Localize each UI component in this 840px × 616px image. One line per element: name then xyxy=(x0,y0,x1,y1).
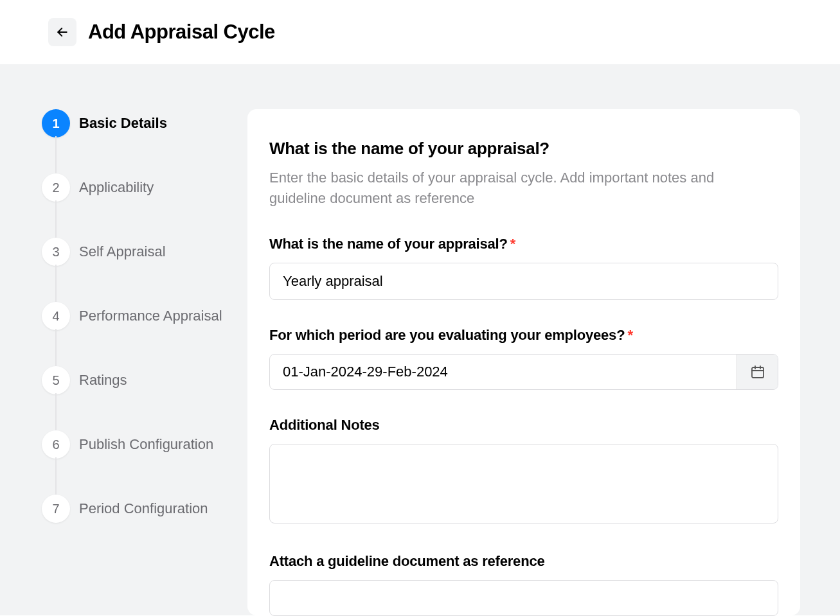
additional-notes-textarea[interactable] xyxy=(269,444,778,524)
step-number: 2 xyxy=(42,173,70,202)
field-additional-notes: Additional Notes xyxy=(269,417,778,526)
step-period-configuration[interactable]: 7 Period Configuration xyxy=(42,459,247,523)
step-applicability[interactable]: 2 Applicability xyxy=(42,137,247,202)
step-connector xyxy=(55,200,57,238)
appraisal-name-label: What is the name of your appraisal?* xyxy=(269,236,778,252)
step-connector xyxy=(55,457,57,495)
step-basic-details[interactable]: 1 Basic Details xyxy=(42,109,247,137)
additional-notes-label: Additional Notes xyxy=(269,417,778,434)
required-asterisk: * xyxy=(627,327,632,343)
body-area: 1 Basic Details 2 Applicability 3 Self A… xyxy=(0,64,840,615)
step-self-appraisal[interactable]: 3 Self Appraisal xyxy=(42,202,247,266)
step-label: Basic Details xyxy=(79,109,167,137)
step-number: 7 xyxy=(42,495,70,523)
page-title: Add Appraisal Cycle xyxy=(88,21,275,44)
section-title: What is the name of your appraisal? xyxy=(269,139,778,159)
step-connector xyxy=(55,329,57,366)
step-label: Self Appraisal xyxy=(79,238,166,266)
step-label: Performance Appraisal xyxy=(79,302,222,330)
step-publish-configuration[interactable]: 6 Publish Configuration xyxy=(42,394,247,459)
step-number: 3 xyxy=(42,238,70,266)
field-appraisal-name: What is the name of your appraisal?* xyxy=(269,236,778,300)
step-connector xyxy=(55,265,57,302)
evaluation-period-label: For which period are you evaluating your… xyxy=(269,327,778,344)
step-label: Publish Configuration xyxy=(79,430,213,459)
field-attach-guideline: Attach a guideline document as reference xyxy=(269,553,778,616)
step-label: Applicability xyxy=(79,173,154,202)
appraisal-name-input[interactable] xyxy=(269,263,778,300)
step-label: Ratings xyxy=(79,366,127,394)
attach-guideline-input[interactable] xyxy=(269,580,778,616)
step-connector xyxy=(55,136,57,173)
svg-rect-1 xyxy=(752,367,764,378)
step-ratings[interactable]: 5 Ratings xyxy=(42,330,247,394)
step-label: Period Configuration xyxy=(79,495,208,523)
step-connector xyxy=(55,393,57,430)
date-range-input[interactable] xyxy=(270,355,737,389)
section-description: Enter the basic details of your appraisa… xyxy=(269,168,732,209)
field-evaluation-period: For which period are you evaluating your… xyxy=(269,327,778,390)
back-button[interactable] xyxy=(48,18,76,46)
date-range-input-wrap xyxy=(269,354,778,390)
wizard-stepper: 1 Basic Details 2 Applicability 3 Self A… xyxy=(42,109,247,615)
arrow-left-icon xyxy=(56,26,69,39)
date-picker-button[interactable] xyxy=(737,355,778,389)
step-number: 4 xyxy=(42,302,70,330)
calendar-icon xyxy=(750,364,765,380)
required-asterisk: * xyxy=(510,236,515,252)
label-text: For which period are you evaluating your… xyxy=(269,327,625,343)
form-card: What is the name of your appraisal? Ente… xyxy=(247,109,800,615)
step-performance-appraisal[interactable]: 4 Performance Appraisal xyxy=(42,266,247,330)
step-number: 5 xyxy=(42,366,70,394)
attach-guideline-label: Attach a guideline document as reference xyxy=(269,553,778,570)
step-number: 1 xyxy=(42,109,70,137)
label-text: What is the name of your appraisal? xyxy=(269,236,508,252)
step-number: 6 xyxy=(42,430,70,459)
page-header: Add Appraisal Cycle xyxy=(0,0,840,64)
